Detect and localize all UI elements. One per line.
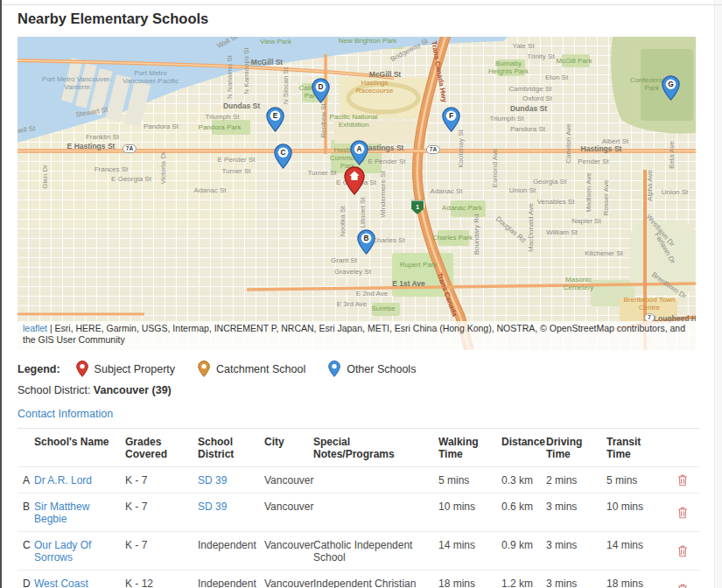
row-letter: C <box>18 532 34 557</box>
table-header-row: School's NameGrades CoveredSchool Distri… <box>18 429 699 467</box>
legend-pin-icon <box>76 360 88 377</box>
city-cell: Vancouver <box>264 467 313 493</box>
school-marker-C[interactable]: C <box>274 144 292 172</box>
map-attribution: leaflet | Esri, HERE, Garmin, USGS, Inte… <box>18 321 696 350</box>
district-cell: SD 39 <box>198 494 264 519</box>
school-marker-G[interactable]: G <box>662 75 680 104</box>
delete-row-button[interactable] <box>674 471 691 490</box>
school-name-cell: West Coast Christian <box>34 570 125 588</box>
top-divider <box>2 4 722 5</box>
school-district-label: School District: <box>18 384 90 396</box>
district-cell: SD 39 <box>198 467 264 493</box>
school-marker-F[interactable]: F <box>442 107 460 136</box>
table-row: BSir Matthew BegbieK - 7SD 39Vancouver10… <box>18 494 699 532</box>
legend-item-subject-property: Subject Property <box>76 360 175 377</box>
row-letter: D <box>18 570 34 588</box>
school-name-link[interactable]: Dr A.R. Lord <box>34 474 92 486</box>
driving-time-cell: 3 mins <box>546 570 606 588</box>
table-row: ADr A.R. LordK - 7SD 39Vancouver5 mins0.… <box>18 467 699 494</box>
distance-cell: 0.9 km <box>501 532 546 557</box>
column-header: City <box>264 429 313 454</box>
trash-icon <box>677 584 688 588</box>
city-cell: Vancouver <box>264 570 313 588</box>
district-link[interactable]: SD 39 <box>198 500 227 513</box>
subject-property-marker[interactable] <box>344 166 365 199</box>
district-link[interactable]: SD 39 <box>198 474 227 486</box>
driving-time-cell: 3 mins <box>546 532 606 557</box>
svg-text:F: F <box>448 111 452 120</box>
trash-icon <box>677 545 688 557</box>
school-marker-E[interactable]: E <box>266 107 284 136</box>
column-header: School District <box>198 429 264 466</box>
transit-time-cell: 10 mins <box>606 494 665 519</box>
header-spacer <box>665 429 699 442</box>
district-cell: Independent <box>198 570 264 588</box>
school-name-link[interactable]: Our Lady Of Sorrows <box>34 539 91 564</box>
svg-text:C: C <box>280 148 285 157</box>
legend-pin-icon <box>198 360 210 377</box>
trash-icon <box>677 474 688 486</box>
legend-item-other-schools: Other Schools <box>328 360 416 377</box>
distance-cell: 0.6 km <box>501 494 546 519</box>
contact-information-link[interactable]: Contact Information <box>18 408 113 420</box>
legend-item-catchment-school: Catchment School <box>198 360 305 377</box>
driving-time-cell: 3 mins <box>546 494 606 519</box>
school-marker-D[interactable]: D <box>312 78 330 107</box>
column-header: Walking Time <box>438 429 501 466</box>
legend-label: Legend: <box>18 363 60 375</box>
school-name-link[interactable]: West Coast Christian <box>34 578 88 588</box>
school-name-cell: Dr A.R. Lord <box>34 467 125 493</box>
distance-cell: 1.2 km <box>501 570 546 588</box>
legend-item-label: Other Schools <box>347 363 416 375</box>
walking-time-cell: 18 mins <box>438 570 501 588</box>
school-district-value: Vancouver (39) <box>94 384 172 396</box>
grades-cell: K - 12 <box>125 570 198 588</box>
school-marker-B[interactable]: B <box>357 229 375 258</box>
map-canvas[interactable]: Wall StView ParkNew Brighton ParkPort Me… <box>18 37 696 350</box>
legend-pin-icon <box>328 360 340 377</box>
transit-time-cell: 5 mins <box>606 467 665 493</box>
legend-item-label: Catchment School <box>216 363 305 375</box>
leaflet-link[interactable]: leaflet <box>23 323 47 333</box>
notes-cell <box>313 467 438 480</box>
table-row: COur Lady Of SorrowsK - 7IndependentVanc… <box>18 532 699 570</box>
walking-time-cell: 10 mins <box>438 494 501 519</box>
delete-row-button[interactable] <box>674 580 691 588</box>
transit-time-cell: 14 mins <box>606 532 665 557</box>
notes-cell: Catholic Independent School <box>313 532 438 570</box>
city-cell: Vancouver <box>264 532 313 557</box>
delete-row-button[interactable] <box>674 542 691 561</box>
row-letter: A <box>18 467 34 493</box>
schools-table: School's NameGrades CoveredSchool Distri… <box>18 428 699 588</box>
notes-cell <box>313 494 438 507</box>
svg-text:A: A <box>356 144 361 153</box>
driving-time-cell: 2 mins <box>546 467 606 493</box>
svg-text:E: E <box>272 111 277 120</box>
svg-text:D: D <box>318 82 323 91</box>
page: Nearby Elementary Schools <box>0 0 722 588</box>
column-header: Driving Time <box>546 429 606 466</box>
school-marker-A[interactable]: A <box>350 140 368 169</box>
attribution-text: | Esri, HERE, Garmin, USGS, Intermap, IN… <box>23 323 685 346</box>
school-name-cell: Our Lady Of Sorrows <box>34 532 125 570</box>
city-cell: Vancouver <box>264 494 313 519</box>
grades-cell: K - 7 <box>125 467 198 493</box>
legend: Legend: Subject PropertyCatchment School… <box>18 360 438 377</box>
transit-time-cell: 18 mins <box>606 570 665 588</box>
notes-cell: Independent Christian <box>313 570 438 588</box>
delete-row-button[interactable] <box>674 503 691 522</box>
school-name-link[interactable]: Sir Matthew Begbie <box>34 500 89 525</box>
column-header: Transit Time <box>606 429 665 466</box>
grades-cell: K - 7 <box>125 494 198 519</box>
window-left-edge <box>0 0 2 588</box>
column-header: Special Notes/Programs <box>313 429 438 466</box>
distance-cell: 0.3 km <box>501 467 546 493</box>
school-district-line: School District: Vancouver (39) <box>18 384 172 396</box>
svg-text:G: G <box>668 80 673 88</box>
trash-icon <box>677 507 688 519</box>
legend-item-label: Subject Property <box>95 363 175 375</box>
column-header: Distance <box>501 429 546 454</box>
row-letter: B <box>18 494 34 519</box>
map-markers-layer: DEFGCAB <box>18 37 696 350</box>
scrollbar[interactable] <box>714 0 722 588</box>
